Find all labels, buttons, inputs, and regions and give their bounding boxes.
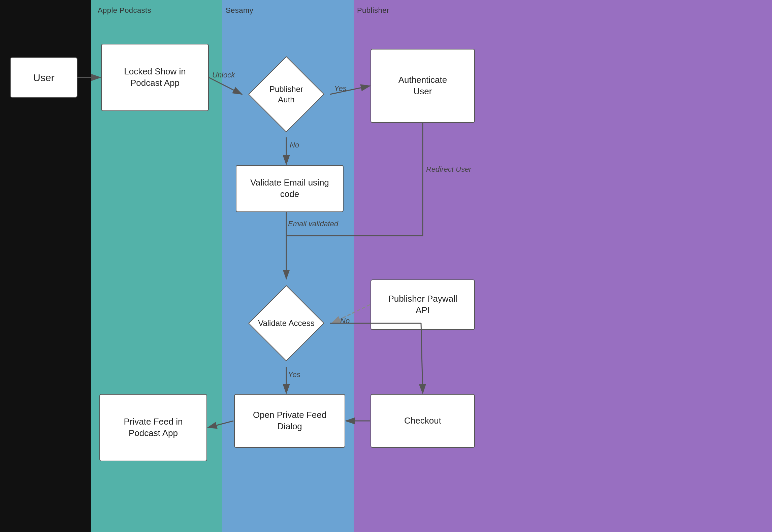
- edge-label-no-access: No: [340, 317, 350, 325]
- locked-show-box: Locked Show in Podcast App: [101, 44, 209, 111]
- validate-access-diamond: Validate Access: [243, 279, 330, 367]
- checkout-box: Checkout: [371, 394, 475, 448]
- diagram-container: Apple Podcasts Sesamy Publisher User Loc…: [0, 0, 772, 532]
- edge-label-email-validated: Email validated: [288, 220, 338, 228]
- user-box: User: [10, 57, 77, 98]
- private-feed-box: Private Feed in Podcast App: [99, 394, 207, 461]
- lane-label-apple: Apple Podcasts: [98, 6, 151, 15]
- edge-label-yes-access: Yes: [288, 370, 300, 379]
- lane-label-publisher: Publisher: [357, 6, 389, 15]
- edge-label-unlock: Unlock: [212, 71, 235, 79]
- publisher-paywall-box: Publisher Paywall API: [371, 279, 475, 330]
- publisher-auth-diamond: Publisher Auth: [243, 51, 330, 138]
- edge-label-yes-auth: Yes: [334, 84, 347, 93]
- open-private-feed-box: Open Private Feed Dialog: [234, 394, 345, 448]
- authenticate-user-box: Authenticate User: [371, 49, 475, 123]
- lane-label-sesamy: Sesamy: [226, 6, 253, 15]
- validate-email-box: Validate Email using code: [236, 165, 344, 212]
- edge-label-redirect: Redirect User: [426, 165, 471, 174]
- edge-label-no-auth: No: [290, 141, 299, 149]
